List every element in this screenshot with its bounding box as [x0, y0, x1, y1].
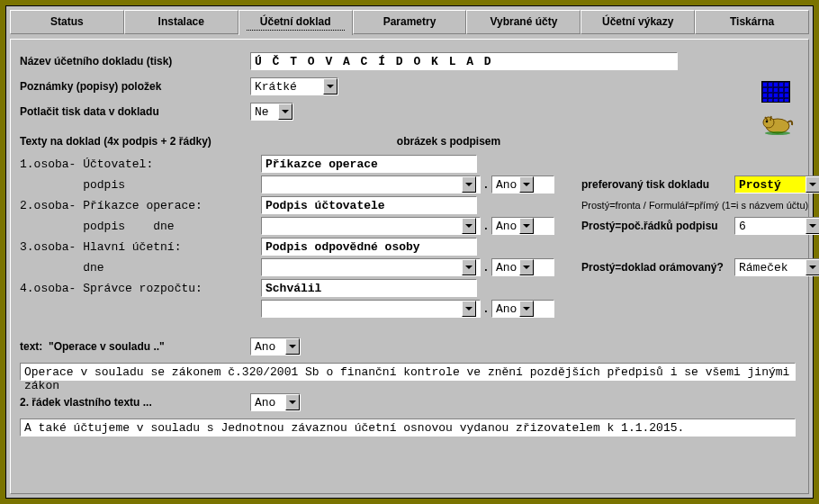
select-person1-sig[interactable]: [261, 176, 481, 194]
tab-ucetni-doklad[interactable]: Účetní doklad: [238, 10, 353, 35]
label-person1: 1.osoba- Účtovatel:: [20, 158, 261, 171]
input-text1[interactable]: Operace v souladu se zákonem č.320/2001 …: [20, 363, 796, 381]
tab-vybrane-ucty[interactable]: Vybrané účty: [466, 10, 580, 34]
label-person2-sig: podpis dne: [20, 220, 261, 233]
chevron-down-icon[interactable]: [323, 78, 338, 94]
chevron-down-icon[interactable]: [806, 218, 819, 234]
select-text2-yn[interactable]: Ano: [250, 393, 301, 411]
label-img-with-sig: obrázek s podpisem: [397, 135, 500, 148]
chevron-down-icon[interactable]: [806, 176, 819, 193]
tab-bar: Status Instalace Účetní doklad Parametry…: [6, 6, 813, 34]
tab-tiskarna[interactable]: Tiskárna: [695, 10, 809, 34]
select-person2-img[interactable]: Ano: [491, 217, 554, 235]
tab-parametry[interactable]: Parametry: [353, 10, 467, 34]
input-doc-name[interactable]: Ú Č T O V A C Í D O K L A D: [250, 52, 678, 70]
label-person2: 2.osoba- Příkazce operace:: [20, 199, 261, 212]
chevron-down-icon[interactable]: [519, 218, 534, 234]
hint-pref-print: Prostý=fronta / Formulář=přímý (1=i s ná…: [581, 200, 819, 211]
chevron-down-icon[interactable]: [519, 301, 534, 317]
chevron-down-icon[interactable]: [462, 259, 476, 275]
label-person4: 4.osoba- Správce rozpočtu:: [20, 282, 261, 295]
label-text1: text: "Operace v souladu ..": [20, 340, 250, 353]
tab-ucetni-vykazy[interactable]: Účetní výkazy: [580, 10, 695, 34]
select-framed[interactable]: Rámeček: [734, 258, 819, 276]
chevron-down-icon[interactable]: [278, 104, 292, 120]
input-text2[interactable]: A také účtujeme v souladu s Jednotnou zá…: [20, 418, 796, 436]
label-framed: Prostý=doklad orámovaný?: [581, 261, 734, 274]
svg-point-2: [766, 121, 769, 123]
label-text2: 2. řádek vlastního textu ...: [20, 396, 250, 409]
svg-point-1: [763, 117, 774, 128]
chevron-down-icon[interactable]: [285, 338, 300, 355]
svg-point-3: [765, 131, 790, 135]
chevron-down-icon[interactable]: [519, 176, 534, 193]
input-person1-title[interactable]: Příkazce operace: [261, 155, 477, 173]
chevron-down-icon[interactable]: [462, 301, 476, 317]
label-doc-name: Název účetního dokladu (tisk): [20, 55, 250, 68]
label-pref-print: preferovaný tisk dokladu: [581, 178, 734, 191]
input-person4-title[interactable]: Schválil: [261, 279, 477, 297]
select-pref-print[interactable]: Prostý: [734, 176, 819, 194]
input-person2-title[interactable]: Podpis účtovatele: [261, 196, 477, 214]
select-person3-img[interactable]: Ano: [491, 258, 554, 276]
form-area: Název účetního dokladu (tisk) Ú Č T O V …: [10, 39, 809, 494]
select-rows-sig[interactable]: 6: [734, 217, 819, 235]
tab-status[interactable]: Status: [10, 10, 124, 34]
signature-grid: 1.osoba- Účtovatel: Příkazce operace pod…: [20, 155, 799, 318]
label-suppress-date: Potlačit tisk data v dokladu: [20, 105, 250, 118]
chevron-down-icon[interactable]: [285, 394, 300, 410]
select-person2-sig[interactable]: [261, 217, 481, 235]
app-window: Status Instalace Účetní doklad Parametry…: [5, 5, 814, 499]
label-notes: Poznámky (popisy) položek: [20, 80, 250, 93]
dot-separator: .: [481, 178, 491, 191]
select-person1-img[interactable]: Ano: [491, 176, 554, 194]
select-suppress-date[interactable]: Ne: [250, 103, 293, 121]
mascot-icon[interactable]: [758, 110, 794, 135]
label-person3: 3.osoba- Hlavní účetní:: [20, 240, 261, 254]
datagrid-icon[interactable]: [761, 81, 790, 103]
label-texts-header: Texty na doklad (4x podpis + 2 řádky): [20, 135, 212, 148]
input-person3-title[interactable]: Podpis odpovědné osoby: [261, 238, 477, 256]
label-person3-sig: dne: [20, 261, 261, 274]
chevron-down-icon[interactable]: [462, 218, 476, 234]
label-rows-sig: Prostý=poč.řádků podpisu: [581, 220, 734, 232]
chevron-down-icon[interactable]: [519, 259, 534, 275]
select-person3-sig[interactable]: [261, 258, 481, 276]
select-text1-yn[interactable]: Ano: [250, 338, 301, 356]
select-person4-sig[interactable]: [261, 300, 481, 318]
select-person4-img[interactable]: Ano: [491, 300, 554, 318]
tab-instalace[interactable]: Instalace: [124, 10, 238, 34]
label-person1-sig: podpis: [20, 178, 261, 192]
chevron-down-icon[interactable]: [462, 176, 476, 193]
select-notes[interactable]: Krátké: [250, 77, 338, 95]
chevron-down-icon[interactable]: [806, 259, 819, 275]
